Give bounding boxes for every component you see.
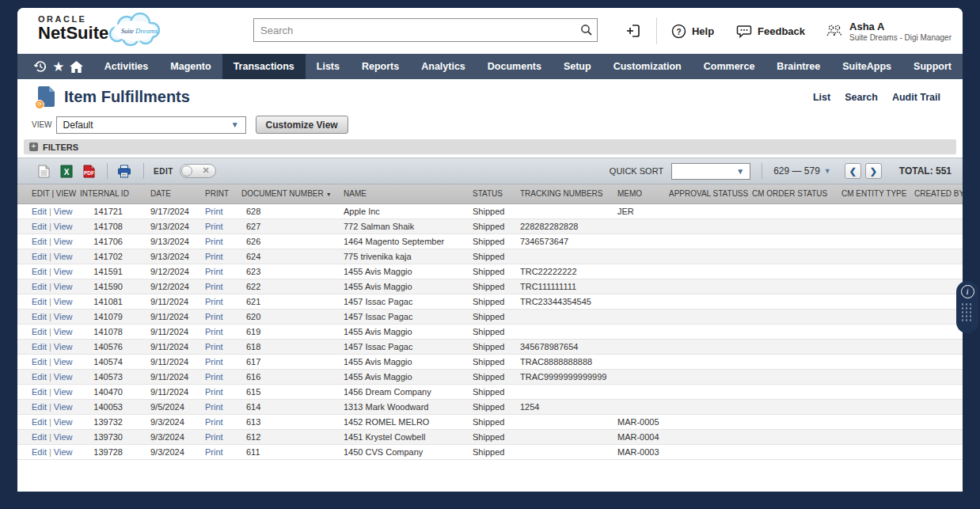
view-link[interactable]: View [54, 342, 73, 351]
view-link[interactable]: View [54, 252, 73, 261]
range-chevron-icon[interactable]: ▼ [824, 167, 831, 175]
nav-item-reports[interactable]: Reports [351, 54, 410, 79]
view-link[interactable]: View [54, 357, 73, 367]
edit-link[interactable]: Edit [32, 402, 47, 412]
view-link[interactable]: View [54, 222, 73, 231]
column-header-internal-id[interactable]: INTERNAL ID [80, 184, 150, 203]
edit-link[interactable]: Edit [32, 237, 47, 246]
print-link[interactable]: Print [205, 402, 223, 412]
print-link[interactable]: Print [205, 447, 223, 457]
print-link[interactable]: Print [205, 312, 223, 321]
edit-toggle[interactable]: ✕ [180, 164, 216, 178]
edit-link[interactable]: Edit [32, 342, 47, 351]
quick-sort-select[interactable]: ▼ [671, 163, 750, 180]
print-link[interactable]: Print [205, 357, 223, 367]
filters-bar[interactable]: + FILTERS [24, 139, 956, 154]
recent-records-icon[interactable] [32, 54, 50, 79]
feedback-button[interactable]: Feedback [736, 24, 805, 39]
column-header-date[interactable]: DATE [150, 184, 205, 203]
view-link[interactable]: View [54, 372, 73, 382]
prev-page-button[interactable]: ❮ [845, 163, 861, 179]
column-header-approval-statuss[interactable]: APPROVAL STATUSS [669, 184, 752, 203]
export-excel-icon[interactable]: X [60, 165, 73, 178]
nav-item-support[interactable]: Support [902, 54, 963, 79]
edit-link[interactable]: Edit [32, 252, 47, 261]
print-link[interactable]: Print [205, 237, 223, 246]
nav-item-setup[interactable]: Setup [553, 54, 602, 79]
column-header-memo[interactable]: MEMO [617, 184, 669, 203]
edit-link[interactable]: Edit [32, 357, 47, 367]
column-header-status[interactable]: STATUS [473, 184, 520, 203]
print-link[interactable]: Print [205, 372, 223, 382]
edit-link[interactable]: Edit [32, 447, 47, 457]
edit-link[interactable]: Edit [32, 387, 47, 397]
view-link[interactable]: View [54, 327, 73, 336]
view-link[interactable]: View [54, 237, 73, 246]
view-link[interactable]: View [54, 312, 73, 321]
column-header-created-by[interactable]: CREATED BY [914, 184, 963, 203]
print-link[interactable]: Print [205, 327, 223, 336]
edit-link[interactable]: Edit [32, 267, 47, 276]
top-link-audit-trail[interactable]: Audit Trail [892, 92, 940, 103]
print-link[interactable]: Print [205, 342, 223, 351]
view-link[interactable]: View [54, 297, 73, 306]
view-link[interactable]: View [54, 417, 73, 427]
column-header-name[interactable]: NAME [344, 184, 473, 203]
print-link[interactable]: Print [205, 267, 223, 276]
shortcuts-star-icon[interactable]: ★ [50, 54, 68, 79]
column-header-edit-view[interactable]: EDIT | VIEW [17, 184, 80, 203]
edit-link[interactable]: Edit [32, 417, 47, 427]
nav-item-lists[interactable]: Lists [306, 54, 351, 79]
nav-item-documents[interactable]: Documents [477, 54, 553, 79]
export-csv-icon[interactable] [38, 165, 50, 178]
nav-item-activities[interactable]: Activities [93, 54, 160, 79]
edit-link[interactable]: Edit [32, 312, 47, 321]
help-button[interactable]: ? Help [671, 24, 714, 39]
column-header-document-number[interactable]: DOCUMENT NUMBER▼ [241, 184, 344, 203]
print-link[interactable]: Print [205, 417, 223, 427]
print-link[interactable]: Print [205, 387, 223, 397]
column-header-cm-order-status[interactable]: CM ORDER STATUS [752, 184, 841, 203]
print-link[interactable]: Print [205, 207, 223, 216]
column-header-print[interactable]: PRINT [205, 184, 241, 203]
edit-link[interactable]: Edit [32, 297, 47, 306]
search-input[interactable] [254, 25, 576, 36]
user-menu[interactable]: Asha A Suite Dreams - Digi Manager [826, 21, 952, 42]
customize-view-button[interactable]: Customize View [256, 116, 348, 134]
drag-handle-dots[interactable] [962, 303, 974, 323]
print-link[interactable]: Print [205, 297, 223, 306]
view-link[interactable]: View [54, 267, 73, 276]
nav-item-magento[interactable]: Magento [159, 54, 222, 79]
edit-link[interactable]: Edit [32, 372, 47, 382]
nav-item-customization[interactable]: Customization [602, 54, 693, 79]
info-icon[interactable]: i [961, 285, 974, 298]
top-link-list[interactable]: List [813, 92, 830, 103]
pagination-range[interactable]: 629 — 579 [773, 165, 820, 177]
expand-filters-icon[interactable]: + [29, 142, 38, 151]
column-header-cm-entity-type[interactable]: CM ENTITY TYPE [841, 184, 914, 203]
export-pdf-icon[interactable]: PDF [83, 165, 95, 178]
edit-link[interactable]: Edit [32, 327, 47, 336]
quick-add-icon[interactable] [625, 22, 642, 40]
nav-item-commerce[interactable]: Commerce [693, 54, 766, 79]
edit-link[interactable]: Edit [32, 432, 47, 442]
nav-item-analytics[interactable]: Analytics [410, 54, 477, 79]
edit-link[interactable]: Edit [32, 222, 47, 231]
view-select[interactable]: Default ▼ [56, 116, 246, 134]
print-link[interactable]: Print [205, 252, 223, 261]
edit-link[interactable]: Edit [32, 207, 47, 216]
print-link[interactable]: Print [205, 432, 223, 442]
nav-item-suiteapps[interactable]: SuiteApps [831, 54, 902, 79]
floating-helper-widget[interactable]: i [956, 281, 978, 333]
top-link-search[interactable]: Search [845, 92, 878, 103]
view-link[interactable]: View [54, 207, 73, 216]
view-link[interactable]: View [54, 402, 73, 412]
view-link[interactable]: View [54, 387, 73, 397]
view-link[interactable]: View [54, 432, 73, 442]
home-icon[interactable] [67, 54, 85, 79]
view-link[interactable]: View [54, 282, 73, 291]
edit-link[interactable]: Edit [32, 282, 47, 291]
print-link[interactable]: Print [205, 282, 223, 291]
nav-item-transactions[interactable]: Transactions [222, 54, 306, 79]
nav-item-braintree[interactable]: Braintree [765, 54, 831, 79]
